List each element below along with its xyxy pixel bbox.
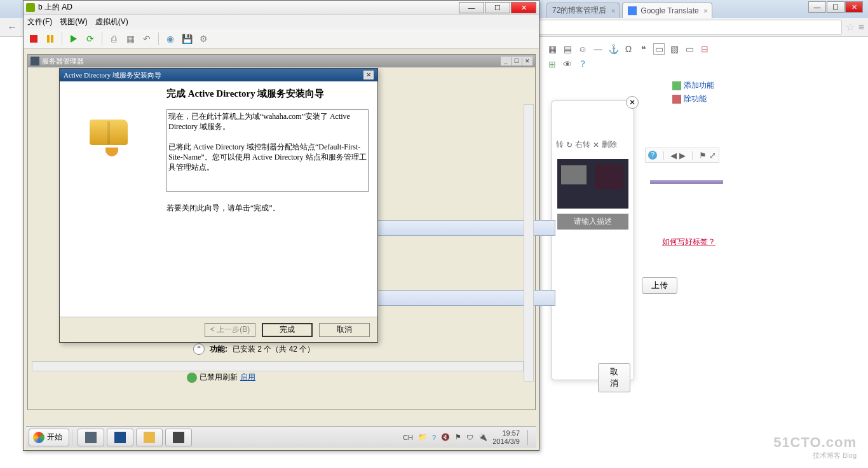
vertical-scrollbar[interactable] (524, 104, 534, 382)
close-icon[interactable]: × (703, 7, 707, 15)
reset-button[interactable]: ⟳ (84, 32, 97, 45)
insert-table-icon[interactable]: ▦ (546, 43, 558, 55)
bookmark-icon[interactable]: ☆ (846, 21, 855, 33)
expand-icon[interactable]: ⤢ (709, 151, 716, 160)
flag-icon[interactable]: ⚑ (699, 151, 707, 160)
help-icon[interactable]: ? (648, 151, 657, 160)
back-button: < 上一步(B) (205, 323, 255, 337)
insert-row-icon[interactable]: ▤ (562, 43, 573, 55)
windows-orb-icon (33, 432, 44, 443)
upload-button[interactable]: 上传 (642, 277, 677, 294)
snapshot-mgr-button[interactable]: ▦ (124, 32, 137, 45)
vm-titlebar[interactable]: b 上的 AD — ☐ ✕ (24, 1, 539, 15)
stop-button[interactable] (27, 32, 40, 45)
popup-toolbar: 转 ↻ 右转 ✕ 删除 (552, 135, 634, 154)
rotate-label: 转 (556, 139, 564, 150)
wizard-summary-text[interactable] (166, 109, 369, 192)
cell-icon[interactable]: ▧ (668, 43, 680, 55)
taskbar-clock[interactable]: 19:57 2014/3/9 (492, 429, 522, 445)
tray-power-icon[interactable]: 🔌 (478, 433, 487, 441)
emoji-icon[interactable]: ☺ (577, 43, 588, 55)
revert-button[interactable]: ↶ (140, 32, 153, 45)
add-feature-link[interactable]: 添加功能 (672, 79, 714, 92)
tray-network-icon[interactable]: 🔇 (441, 433, 450, 441)
maximize-button[interactable]: ☐ (485, 2, 510, 13)
snapshot-button[interactable]: ⎙ (107, 32, 120, 45)
chevron-left-icon[interactable]: ◀ (670, 151, 677, 160)
binoculars-icon[interactable]: 👁 (562, 59, 573, 70)
close-icon[interactable]: ✕ (363, 71, 374, 79)
wizard-body: 完成 Active Directory 域服务安装向导 若要关闭此向导，请单击“… (60, 81, 377, 317)
tray-flag-icon[interactable]: ⚑ (455, 433, 461, 441)
guest-taskbar: 开始 CH 📁 ? 🔇 ⚑ 🛡 🔌 19:57 2014/3/9 (26, 426, 536, 448)
popup-cancel-button[interactable]: 取消 (598, 363, 630, 392)
omega-icon[interactable]: Ω (623, 43, 634, 55)
site-watermark: 51CTO.com 技术博客 Blog (773, 434, 857, 460)
taskbar-app-powershell[interactable] (107, 429, 133, 446)
horizontal-scrollbar[interactable] (32, 361, 524, 371)
close-icon[interactable]: ✕ (626, 96, 639, 109)
anchor-icon[interactable]: ⚓ (607, 43, 619, 55)
menu-file[interactable]: 文件(F) (27, 17, 52, 27)
wizard-titlebar[interactable]: Active Directory 域服务安装向导 ✕ (60, 69, 377, 81)
back-button[interactable]: ← (4, 19, 20, 36)
browser-tab-translate[interactable]: Google Translate × (622, 3, 712, 18)
maximize-button[interactable]: ☐ (827, 1, 844, 13)
menu-icon[interactable]: ≡ (858, 22, 864, 33)
book-icon (90, 120, 134, 158)
quote-icon[interactable]: ❝ (638, 43, 649, 55)
minimize-button[interactable]: — (459, 2, 484, 13)
layout-icon[interactable]: ▭ (684, 43, 695, 55)
refresh-icon (187, 373, 197, 383)
menu-view[interactable]: 视图(W) (60, 17, 87, 27)
play-button[interactable] (67, 32, 80, 45)
show-desktop-button[interactable] (527, 430, 534, 445)
close-button[interactable]: ✕ (845, 1, 863, 13)
network-button[interactable]: ⚙ (197, 32, 210, 45)
help-icon[interactable]: ？ (577, 59, 588, 70)
close-button[interactable]: ✕ (511, 2, 536, 13)
editor-mini-toolbar: ? ｜ ◀ ▶ ｜ ⚑ ⤢ (645, 148, 719, 163)
delete-icon[interactable]: ✕ (593, 141, 599, 149)
enable-refresh-link[interactable]: 启用 (240, 372, 255, 383)
split-icon[interactable]: ⊟ (699, 43, 710, 55)
floppy-button[interactable]: 💾 (180, 32, 193, 45)
taskbar-app-dcpromo[interactable] (165, 429, 192, 446)
browser-tab-blog[interactable]: 72的博客管理后 × (546, 3, 620, 18)
taskbar-app-explorer[interactable] (136, 429, 163, 446)
delete-icon (672, 95, 681, 104)
cancel-button[interactable]: 取消 (319, 323, 370, 337)
vm-title: b 上的 AD (38, 2, 458, 13)
taskbar-app-server-manager[interactable] (78, 429, 104, 446)
clock-time: 19:57 (492, 429, 520, 437)
image-thumbnail[interactable] (557, 159, 628, 209)
minimize-button[interactable]: — (808, 1, 826, 13)
cd-button[interactable]: ◉ (164, 32, 177, 45)
chevron-right-icon[interactable]: ▶ (679, 151, 686, 160)
hr-icon[interactable]: — (592, 43, 604, 55)
finish-button[interactable]: 完成 (262, 323, 313, 337)
tray-icon[interactable]: 📁 (418, 433, 427, 441)
remove-feature-link[interactable]: 除功能 (672, 92, 714, 106)
minimize-button[interactable]: _ (501, 57, 511, 65)
collapse-toggle[interactable]: ⌃ (193, 343, 205, 355)
maximize-button[interactable]: ☐ (512, 57, 522, 65)
tag-help-link[interactable]: 如何写好标签？ (662, 237, 715, 247)
menu-vm[interactable]: 虚拟机(V) (95, 17, 128, 27)
separator (102, 32, 102, 45)
start-label: 开始 (47, 432, 62, 443)
fullscreen-icon[interactable]: ▭ (653, 43, 665, 55)
close-icon[interactable]: × (611, 7, 615, 15)
refresh-status-bar: 已禁用刷新 启用 (187, 372, 255, 383)
logo-subtitle: 技术博客 Blog (773, 451, 857, 460)
caption-input[interactable]: 请输入描述 (557, 214, 628, 230)
close-button[interactable]: ✕ (522, 57, 532, 65)
pause-button[interactable] (44, 32, 57, 45)
tray-help-icon[interactable]: ? (432, 434, 436, 441)
tray-shield-icon[interactable]: 🛡 (466, 434, 473, 441)
rotate-right-icon[interactable]: ↻ (566, 141, 573, 149)
merge-icon[interactable]: ⊞ (546, 59, 558, 70)
start-button[interactable]: 开始 (29, 429, 69, 446)
server-manager-titlebar[interactable]: 服务器管理器 _ ☐ ✕ (28, 55, 535, 67)
language-indicator[interactable]: CH (403, 434, 413, 441)
